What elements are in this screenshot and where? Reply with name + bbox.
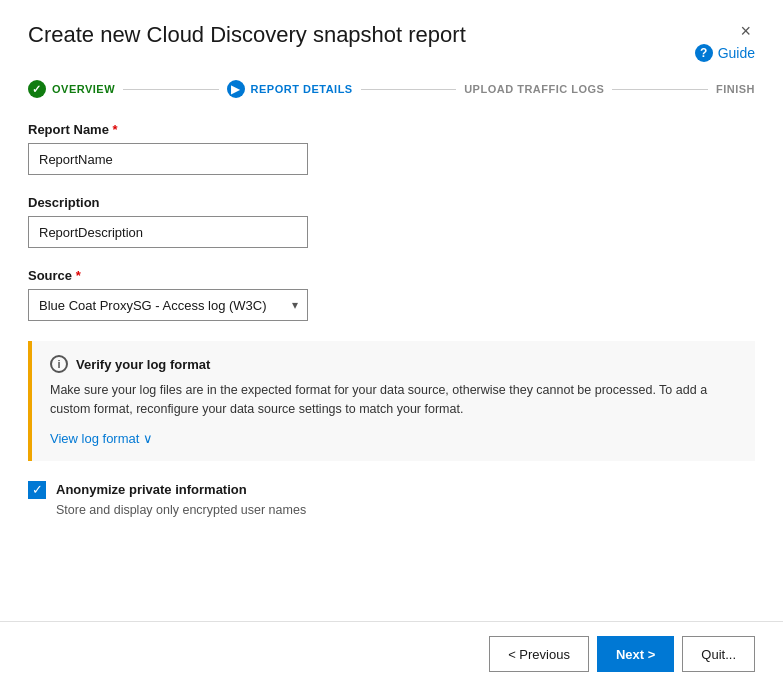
anonymize-row: ✓ Anonymize private information xyxy=(28,481,755,499)
guide-link[interactable]: ? Guide xyxy=(695,44,755,62)
dialog-title: Create new Cloud Discovery snapshot repo… xyxy=(28,22,466,48)
source-select[interactable]: Blue Coat ProxySG - Access log (W3C) Oth… xyxy=(28,289,308,321)
description-group: Description xyxy=(28,195,755,248)
anonymize-checkbox[interactable]: ✓ xyxy=(28,481,46,499)
info-icon: i xyxy=(50,355,68,373)
report-name-input[interactable] xyxy=(28,143,308,175)
step-finish: FINISH xyxy=(716,83,755,95)
description-input[interactable] xyxy=(28,216,308,248)
guide-label: Guide xyxy=(718,45,755,61)
step-overview: ✓ OVERVIEW xyxy=(28,80,115,98)
step-details-icon: ▶ xyxy=(227,80,245,98)
guide-icon: ? xyxy=(695,44,713,62)
view-log-format-link[interactable]: View log format ∨ xyxy=(50,431,153,446)
source-required: * xyxy=(76,268,81,283)
step-overview-label: OVERVIEW xyxy=(52,83,115,95)
checkmark-icon: ✓ xyxy=(32,483,43,496)
view-log-chevron-icon: ∨ xyxy=(143,431,153,446)
quit-button[interactable]: Quit... xyxy=(682,636,755,672)
anonymize-description: Store and display only encrypted user na… xyxy=(56,503,755,517)
anonymize-section: ✓ Anonymize private information Store an… xyxy=(28,481,755,517)
close-button[interactable]: × xyxy=(736,22,755,40)
step-upload: UPLOAD TRAFFIC LOGS xyxy=(464,83,604,95)
info-box-header: i Verify your log format xyxy=(50,355,737,373)
next-button[interactable]: Next > xyxy=(597,636,674,672)
step-connector-2 xyxy=(361,89,456,90)
step-upload-label: UPLOAD TRAFFIC LOGS xyxy=(464,83,604,95)
dialog-footer: < Previous Next > Quit... xyxy=(0,621,783,686)
report-name-label: Report Name * xyxy=(28,122,755,137)
info-box-body: Make sure your log files are in the expe… xyxy=(50,381,737,419)
content-area: Report Name * Description Source * Blue … xyxy=(0,98,783,621)
report-name-required: * xyxy=(113,122,118,137)
step-report-details: ▶ REPORT DETAILS xyxy=(227,80,353,98)
step-connector-3 xyxy=(612,89,707,90)
info-box-title: Verify your log format xyxy=(76,357,210,372)
step-finish-label: FINISH xyxy=(716,83,755,95)
previous-button[interactable]: < Previous xyxy=(489,636,589,672)
dialog: Create new Cloud Discovery snapshot repo… xyxy=(0,0,783,686)
source-group: Source * Blue Coat ProxySG - Access log … xyxy=(28,268,755,321)
step-details-label: REPORT DETAILS xyxy=(251,83,353,95)
step-connector-1 xyxy=(123,89,218,90)
source-label: Source * xyxy=(28,268,755,283)
description-label: Description xyxy=(28,195,755,210)
anonymize-label: Anonymize private information xyxy=(56,482,247,497)
top-right-area: × ? Guide xyxy=(695,22,755,62)
info-box: i Verify your log format Make sure your … xyxy=(28,341,755,461)
view-log-label: View log format xyxy=(50,431,139,446)
dialog-header: Create new Cloud Discovery snapshot repo… xyxy=(0,0,783,62)
steps-bar: ✓ OVERVIEW ▶ REPORT DETAILS UPLOAD TRAFF… xyxy=(0,62,783,98)
report-name-group: Report Name * xyxy=(28,122,755,175)
step-overview-icon: ✓ xyxy=(28,80,46,98)
source-select-wrapper: Blue Coat ProxySG - Access log (W3C) Oth… xyxy=(28,289,308,321)
